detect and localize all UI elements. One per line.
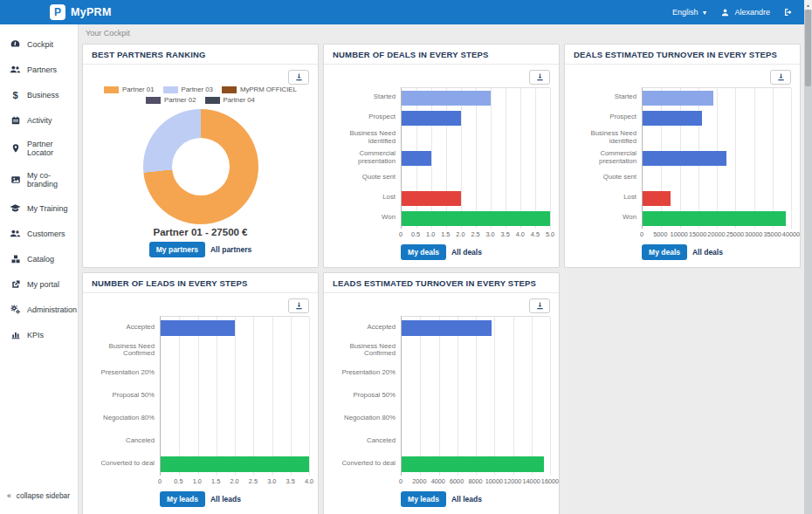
sign-out-icon[interactable] — [782, 7, 794, 18]
sidebar-item-cockpit[interactable]: Cockpit — [0, 31, 78, 57]
bar-category-label: Proposal 50% — [92, 384, 160, 407]
all-leads-link[interactable]: All leads — [210, 495, 241, 504]
all-leads-link[interactable]: All leads — [451, 495, 482, 504]
bar-chart-number-of-leads: AcceptedBusiness Need ConfirmedPresentat… — [92, 316, 309, 488]
sidebar-item-administration[interactable]: Administration — [0, 297, 78, 322]
bar-row — [161, 408, 309, 430]
sidebar-item-my-cobranding[interactable]: My co-branding — [0, 164, 78, 195]
axis-tick-label: 30000 — [745, 230, 762, 238]
legend-swatch — [163, 86, 178, 93]
axis-spacer — [574, 230, 642, 241]
sidebar-item-catalog[interactable]: Catalog — [0, 246, 78, 271]
sidebar-item-my-training[interactable]: My Training — [0, 195, 78, 221]
all-deals-link[interactable]: All deals — [451, 248, 482, 257]
bar-row — [643, 108, 791, 128]
scroll-up-arrow-icon[interactable]: ▲ — [804, 0, 812, 10]
axis-tick-label: 2.0 — [230, 477, 238, 485]
bar-row — [161, 453, 309, 476]
legend-label: Partner 02 — [164, 96, 196, 104]
card-deals-estimated-turnover: DEALS ESTIMATED TURNOVER IN EVERY STEPS … — [564, 44, 801, 268]
download-chart-button[interactable] — [288, 70, 309, 85]
sidebar-item-label: My portal — [27, 280, 59, 289]
legend-label: Partner 03 — [182, 86, 213, 93]
axis-tick-label: 3.0 — [486, 230, 495, 238]
external-link-icon — [10, 278, 21, 290]
sidebar-item-partner-locator[interactable]: Partner Locator — [0, 133, 78, 164]
main-content: Your Cockpit BEST PARTNERS RANKING Partn… — [79, 24, 804, 514]
all-deals-link[interactable]: All deals — [692, 248, 723, 257]
plot-area — [401, 87, 550, 229]
download-chart-button[interactable] — [288, 298, 309, 313]
sidebar-item-label: My co-branding — [27, 171, 74, 188]
bar-category-label: Prospect — [333, 107, 401, 127]
sidebar-item-my-portal[interactable]: My portal — [0, 271, 78, 297]
gears-icon — [10, 304, 21, 315]
sidebar-item-kpis[interactable]: KPIs — [0, 322, 78, 347]
axis-tick-label: 5.0 — [546, 230, 554, 238]
bar-category-label: Started — [333, 87, 401, 107]
download-icon — [294, 72, 304, 82]
bar-chart-number-of-deals: StartedProspectBusiness Need identifiedC… — [333, 87, 550, 241]
bar-row — [402, 453, 550, 476]
bar — [643, 191, 671, 205]
my-leads-button[interactable]: My leads — [401, 491, 446, 507]
my-deals-button[interactable]: My deals — [642, 244, 687, 260]
sidebar-item-label: KPIs — [27, 331, 44, 339]
all-partners-link[interactable]: All partners — [210, 245, 251, 254]
collapse-sidebar-button[interactable]: « collapse sidebar — [7, 491, 70, 500]
my-leads-button[interactable]: My leads — [160, 491, 205, 507]
bar — [402, 211, 550, 225]
axis-tick-label: 12000 — [504, 477, 521, 485]
gauge-icon — [10, 38, 21, 50]
axis-tick-label: 0 — [640, 230, 643, 238]
language-selector[interactable]: English ▼ — [672, 8, 707, 17]
bar-row — [643, 148, 791, 168]
sidebar-item-partners[interactable]: Partners — [0, 57, 78, 82]
axis-tick-label: 0 — [399, 230, 403, 238]
axis-ticks: 0200040006000800010000120001400016000 — [401, 477, 550, 488]
sidebar-item-activity[interactable]: Activity — [0, 107, 78, 133]
map-pin-icon — [10, 143, 21, 154]
card-best-partners-ranking: BEST PARTNERS RANKING Partner 01Partner … — [82, 44, 319, 268]
bar-chart-plot: AcceptedBusiness Need ConfirmedPresentat… — [92, 316, 309, 476]
users-icon — [10, 228, 21, 239]
topbar-right: English ▼ Alexandre — [672, 7, 794, 18]
bar-row — [402, 209, 550, 229]
sidebar-item-business[interactable]: $ Business — [0, 82, 78, 107]
vertical-scrollbar[interactable]: ▲ — [804, 0, 812, 514]
bar — [643, 211, 786, 225]
sidebar-item-label: My Training — [27, 204, 68, 213]
axis-tick-label: 0 — [158, 477, 162, 485]
bar — [402, 151, 431, 165]
bar-category-label: Business Need identified — [333, 127, 401, 147]
axis-tick-label: 0.5 — [411, 230, 420, 238]
scrollbar-thumb[interactable] — [805, 10, 811, 86]
bar — [161, 456, 309, 472]
x-axis: 00.51.01.52.02.53.03.54.0 — [92, 477, 309, 488]
download-chart-button[interactable] — [529, 298, 550, 313]
dollar-icon: $ — [10, 89, 21, 100]
axis-tick-label: 14000 — [522, 477, 540, 485]
sidebar-item-label: Catalog — [27, 255, 54, 264]
logo-letter: P — [54, 6, 61, 18]
bar-row — [161, 317, 309, 339]
card-leads-estimated-turnover: LEADS ESTIMATED TURNOVER IN EVERY STEPS … — [323, 272, 560, 514]
legend-item: Partner 01 — [104, 86, 154, 93]
bar — [643, 151, 726, 165]
sidebar-item-customers[interactable]: Customers — [0, 221, 78, 246]
download-chart-button[interactable] — [770, 70, 791, 85]
x-axis: 00.51.01.52.02.53.03.54.04.55.0 — [333, 230, 550, 241]
axis-tick-label: 1.0 — [426, 230, 435, 238]
brand-title: MyPRM — [71, 6, 112, 18]
sidebar-item-label: Partners — [27, 65, 57, 74]
axis-tick-label: 10000 — [485, 477, 503, 485]
download-chart-button[interactable] — [529, 70, 550, 85]
bar-row — [402, 339, 550, 362]
bar-row — [643, 209, 791, 229]
user-menu[interactable]: Alexandre — [719, 7, 770, 18]
axis-ticks: 0500010000150002000025000300003500040000 — [642, 230, 791, 241]
my-partners-button[interactable]: My partners — [149, 242, 205, 257]
card-title: LEADS ESTIMATED TURNOVER IN EVERY STEPS — [324, 273, 559, 293]
my-deals-button[interactable]: My deals — [401, 244, 446, 260]
bar-category-label: Business Need identified — [574, 127, 642, 147]
